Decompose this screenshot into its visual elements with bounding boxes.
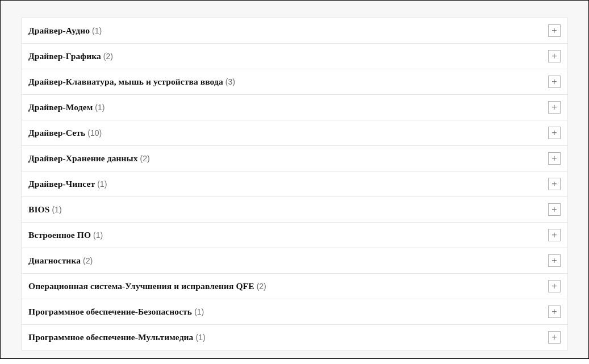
plus-icon: +	[552, 154, 557, 163]
plus-icon: +	[552, 231, 557, 240]
row-label: Программное обеспечение-Мультимедиа(1)	[28, 332, 206, 342]
accordion-row[interactable]: Диагностика(2)+	[22, 248, 567, 274]
accordion-row[interactable]: Операционная система-Улучшения и исправл…	[22, 274, 567, 299]
expand-button[interactable]: +	[548, 76, 561, 88]
expand-button[interactable]: +	[548, 306, 561, 318]
expand-button[interactable]: +	[548, 50, 561, 62]
plus-icon: +	[552, 103, 557, 112]
expand-button[interactable]: +	[548, 254, 561, 267]
row-label: Программное обеспечение-Безопасность(1)	[28, 307, 204, 317]
category-count: (2)	[140, 154, 150, 163]
category-count: (1)	[95, 103, 105, 112]
category-count: (3)	[225, 77, 235, 86]
accordion: Драйвер-Аудио(1)+Драйвер-Графика(2)+Драй…	[21, 18, 568, 350]
accordion-row[interactable]: Драйвер-Модем(1)+	[22, 95, 567, 120]
category-title: Драйвер-Аудио	[28, 26, 90, 36]
expand-button[interactable]: +	[548, 101, 561, 114]
driver-list-container: Драйвер-Аудио(1)+Драйвер-Графика(2)+Драй…	[0, 0, 589, 359]
category-title: Диагностика	[28, 256, 81, 266]
accordion-row[interactable]: Драйвер-Чипсет(1)+	[22, 171, 567, 197]
plus-icon: +	[552, 52, 557, 61]
plus-icon: +	[552, 77, 557, 86]
row-label: BIOS(1)	[28, 204, 62, 215]
category-count: (1)	[195, 333, 205, 342]
accordion-row[interactable]: Драйвер-Графика(2)+	[22, 44, 567, 69]
category-title: Драйвер-Модем	[28, 102, 93, 112]
expand-button[interactable]: +	[548, 331, 561, 344]
plus-icon: +	[552, 256, 557, 265]
accordion-row[interactable]: Драйвер-Аудио(1)+	[22, 18, 567, 44]
expand-button[interactable]: +	[548, 229, 561, 241]
accordion-row[interactable]: BIOS(1)+	[22, 197, 567, 223]
category-count: (2)	[103, 52, 113, 61]
category-title: Операционная система-Улучшения и исправл…	[28, 281, 254, 291]
category-title: Драйвер-Клавиатура, мышь и устройства вв…	[28, 77, 223, 87]
category-title: Драйвер-Чипсет	[28, 179, 95, 189]
category-title: Драйвер-Графика	[28, 51, 101, 61]
expand-button[interactable]: +	[548, 127, 561, 139]
row-label: Встроенное ПО(1)	[28, 230, 103, 240]
row-label: Диагностика(2)	[28, 256, 93, 266]
row-label: Драйвер-Графика(2)	[28, 51, 113, 61]
category-title: Драйвер-Хранение данных	[28, 153, 138, 164]
plus-icon: +	[552, 205, 557, 214]
category-count: (1)	[93, 231, 103, 240]
accordion-row[interactable]: Драйвер-Клавиатура, мышь и устройства вв…	[22, 69, 567, 95]
accordion-row[interactable]: Программное обеспечение-Мультимедиа(1)+	[22, 325, 567, 350]
accordion-row[interactable]: Драйвер-Хранение данных(2)+	[22, 146, 567, 171]
accordion-row[interactable]: Драйвер-Сеть(10)+	[22, 120, 567, 146]
row-label: Драйвер-Клавиатура, мышь и устройства вв…	[28, 77, 235, 87]
category-count: (2)	[257, 282, 266, 291]
category-count: (1)	[97, 179, 107, 189]
accordion-row[interactable]: Встроенное ПО(1)+	[22, 223, 567, 248]
category-title: Драйвер-Сеть	[28, 128, 85, 138]
expand-button[interactable]: +	[548, 280, 561, 292]
category-title: BIOS	[28, 204, 49, 215]
category-count: (1)	[194, 307, 204, 316]
category-count: (10)	[87, 128, 102, 137]
plus-icon: +	[552, 333, 557, 342]
row-label: Драйвер-Сеть(10)	[28, 128, 102, 138]
row-label: Драйвер-Аудио(1)	[28, 26, 102, 36]
row-label: Драйвер-Чипсет(1)	[28, 179, 107, 189]
row-label: Драйвер-Модем(1)	[28, 102, 105, 112]
category-count: (1)	[52, 205, 61, 214]
accordion-row[interactable]: Программное обеспечение-Безопасность(1)+	[22, 299, 567, 325]
plus-icon: +	[552, 307, 557, 316]
expand-button[interactable]: +	[548, 178, 561, 190]
expand-button[interactable]: +	[548, 203, 561, 216]
plus-icon: +	[552, 128, 557, 137]
category-title: Встроенное ПО	[28, 230, 91, 240]
row-label: Операционная система-Улучшения и исправл…	[28, 281, 266, 291]
expand-button[interactable]: +	[548, 152, 561, 165]
category-count: (1)	[92, 26, 102, 35]
plus-icon: +	[552, 179, 557, 189]
category-title: Программное обеспечение-Мультимедиа	[28, 332, 193, 342]
row-label: Драйвер-Хранение данных(2)	[28, 153, 150, 164]
category-title: Программное обеспечение-Безопасность	[28, 307, 192, 317]
plus-icon: +	[552, 282, 557, 291]
plus-icon: +	[552, 26, 557, 35]
expand-button[interactable]: +	[548, 24, 561, 37]
category-count: (2)	[83, 256, 93, 265]
